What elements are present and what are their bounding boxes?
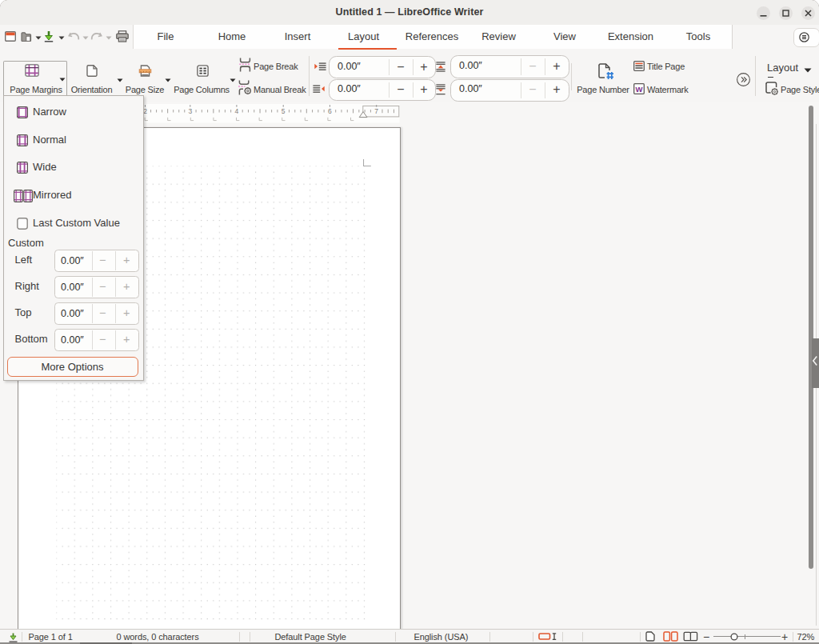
svg-text:4: 4 [235,107,239,115]
svg-text:3: 3 [188,107,192,115]
svg-text:6: 6 [328,107,332,115]
svg-text:7: 7 [374,107,378,115]
svg-text:5: 5 [282,107,286,115]
svg-text:W: W [636,84,643,93]
